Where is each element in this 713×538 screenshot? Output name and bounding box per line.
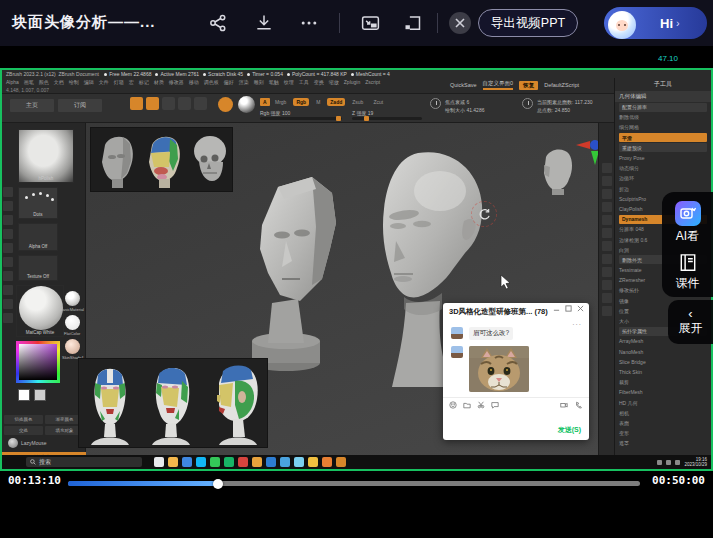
zbrush-menu-item: 修改器 bbox=[169, 79, 184, 85]
eye-icon bbox=[3, 313, 13, 323]
zbrush-stat: Active Mem 2761 bbox=[155, 71, 199, 77]
courseware-icon[interactable] bbox=[677, 252, 699, 273]
zbrush-menu-item: 工具 bbox=[299, 79, 309, 85]
chat-toolbar bbox=[443, 397, 589, 411]
zbrush-menu-item: 移动 bbox=[189, 79, 199, 85]
focal-shift-cluster: 焦点衰减 6绘制大小 41.4286 bbox=[430, 98, 484, 114]
panel-row: 分辨率 048 bbox=[619, 226, 644, 232]
panel-row: Proxy Pose bbox=[619, 155, 645, 161]
taskbar-app-icon bbox=[210, 457, 220, 467]
app-header: 块面头像分析——... bbox=[0, 0, 713, 46]
panel-row: 配置分辨率 bbox=[619, 103, 707, 112]
maximize-icon bbox=[565, 305, 572, 312]
panel-row: 遮罩 bbox=[619, 440, 629, 446]
user-account-pill[interactable]: Hi › bbox=[604, 7, 707, 39]
draw-mode-icon bbox=[130, 97, 143, 110]
taskbar-app-icon bbox=[308, 457, 318, 467]
mirror-flip-icon[interactable] bbox=[400, 11, 424, 35]
export-video-ppt-button[interactable]: 导出视频PPT bbox=[478, 9, 578, 37]
lazymouse-row: LazyMouse bbox=[8, 438, 47, 448]
focal-gauge-icon bbox=[430, 98, 441, 109]
panel-row: ArrayMesh bbox=[619, 338, 643, 344]
taskbar-app-icon bbox=[238, 457, 248, 467]
picture-in-picture-icon[interactable] bbox=[358, 11, 382, 35]
knife-icon bbox=[3, 229, 13, 239]
rotate-icon bbox=[602, 202, 612, 212]
wechat-group-window: 3D风格化造型研修班第... (78) ... 眉可这么改? bbox=[443, 303, 589, 440]
taskbar-tray: 19:162023/10/29 bbox=[657, 457, 707, 467]
zbrush-right-strip bbox=[598, 123, 614, 455]
ai-view-icon[interactable] bbox=[675, 201, 701, 226]
chat-avatar bbox=[451, 327, 463, 339]
courseware-button[interactable]: 课件 bbox=[676, 275, 700, 292]
zbrush-stat: PolyCount = 417.848 KP bbox=[287, 71, 347, 77]
paint-sculpt-mode-chips: MrgbRgbMZaddZsubZcut bbox=[272, 98, 386, 106]
secondary-color-swatch bbox=[34, 389, 46, 401]
search-icon bbox=[30, 459, 36, 465]
expand-panel-button[interactable]: ‹ 展开 bbox=[668, 300, 713, 344]
seek-handle[interactable] bbox=[213, 479, 223, 489]
move-mode-icon bbox=[162, 97, 175, 110]
material-thumb-label: BasicMaterial bbox=[60, 307, 84, 312]
taskbar-apps bbox=[154, 457, 346, 467]
zbrush-menu-item: 偏好 bbox=[224, 79, 234, 85]
download-icon[interactable] bbox=[252, 11, 276, 35]
cat-photo-message bbox=[469, 346, 529, 392]
player-controls: 倍速超清字幕查找选集 SWP bbox=[0, 493, 713, 538]
zbrush-menu-item: 画笔 bbox=[24, 79, 34, 85]
zbrush-menu-item: 缩放 bbox=[329, 79, 339, 85]
reference-head-colored bbox=[140, 131, 184, 189]
panel-row: 镜像 bbox=[619, 298, 629, 304]
material-thumb bbox=[65, 315, 80, 330]
zbrush-menu-item: 颜色 bbox=[39, 79, 49, 85]
taskbar-app-icon bbox=[336, 457, 346, 467]
expand-label: 展开 bbox=[679, 320, 703, 337]
panel-row: HD 几何 bbox=[619, 400, 638, 406]
arrow-icon bbox=[3, 285, 13, 295]
taskbar-app-icon bbox=[280, 457, 290, 467]
current-material-tile: MatCap White bbox=[16, 285, 64, 337]
alpha-tile: Alpha Off bbox=[18, 223, 58, 251]
main-color-swatch bbox=[18, 389, 30, 401]
zoom-icon bbox=[602, 176, 612, 186]
lazymouse-icon bbox=[8, 438, 18, 448]
timeline-bar: 00:13:10 00:50:00 bbox=[0, 473, 713, 493]
seek-bar[interactable] bbox=[68, 481, 640, 486]
greeting-label: Hi bbox=[660, 16, 673, 31]
polycount-cluster: 当前图素总面数: 117.230总点数: 24.850 bbox=[522, 98, 592, 114]
material-thumb bbox=[65, 291, 80, 306]
color-picker bbox=[16, 341, 60, 383]
chat-title: 3D风格化造型研修班第... (78) bbox=[449, 307, 548, 317]
current-time: 00:13:10 bbox=[8, 474, 61, 487]
chat-message: 眉可这么改? bbox=[469, 327, 513, 340]
pan-icon bbox=[602, 189, 612, 199]
zbrush-stat: Free Mem 22.4868 bbox=[104, 71, 151, 77]
shelf-tab: 主页 bbox=[10, 99, 54, 112]
panel-row: 折边 bbox=[619, 186, 629, 192]
screenshot-icon bbox=[477, 401, 485, 409]
share-icon[interactable] bbox=[206, 11, 230, 35]
mode-chip: Zsub bbox=[349, 98, 366, 106]
zbrush-menu-item: 标记 bbox=[139, 79, 149, 85]
material-preview-sphere bbox=[238, 96, 255, 113]
zbrush-stat: Timer = 0.054 bbox=[247, 71, 283, 77]
zbrush-menu-item: 宏 bbox=[129, 79, 134, 85]
close-icon[interactable] bbox=[449, 12, 471, 34]
zbrush-menu-item: Alpha bbox=[6, 79, 19, 85]
reference-panel-bottom bbox=[78, 358, 268, 448]
hook-icon bbox=[3, 215, 13, 225]
taskbar-app-icon bbox=[252, 457, 262, 467]
side-view-head-thumb bbox=[538, 145, 574, 195]
color-button: 交换 bbox=[4, 426, 43, 435]
close-icon bbox=[577, 305, 584, 312]
curve-icon bbox=[3, 271, 13, 281]
ai-view-button[interactable]: AI看 bbox=[676, 228, 699, 245]
circle-icon bbox=[3, 257, 13, 267]
taskbar-app-icon bbox=[168, 457, 178, 467]
zbrush-stat: MeshCount = 4 bbox=[351, 71, 390, 77]
plane-head-three-quarter bbox=[146, 361, 200, 445]
shelf-tabs: 主页订阅 bbox=[10, 99, 102, 112]
header-divider bbox=[437, 13, 438, 33]
more-icon[interactable] bbox=[297, 11, 321, 35]
emoji-icon bbox=[449, 401, 457, 409]
